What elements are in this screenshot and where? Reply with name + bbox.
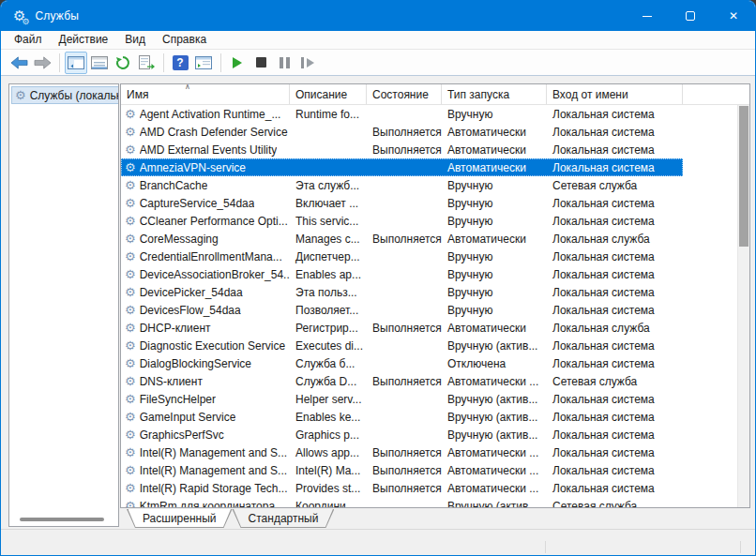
column-header[interactable]: Состояние	[367, 84, 442, 104]
cell-service-name: GraphicsPerfSvc	[140, 428, 224, 442]
cell-status: Выполняется	[367, 322, 442, 335]
tab-standard[interactable]: Стандартный	[233, 509, 335, 528]
table-row[interactable]: ⚙DNS-клиент Служба D... Выполняется Авто…	[121, 372, 683, 390]
cell-login-as: Локальная система	[547, 411, 683, 424]
cell-description: Graphics p...	[290, 428, 367, 442]
cell-login-as: Локальная система	[547, 357, 683, 370]
table-row[interactable]: ⚙BranchCache Эта служб... Вручную Сетева…	[121, 176, 683, 194]
minimize-button[interactable]	[626, 1, 669, 31]
cell-startup-type: Вручную	[442, 215, 547, 228]
cell-description: Эта польз...	[290, 286, 367, 299]
service-gear-icon: ⚙	[125, 214, 136, 228]
cell-login-as: Локальная система	[547, 268, 683, 281]
table-row[interactable]: ⚙KtmRm для координатора ... Координи... …	[121, 497, 683, 507]
column-header[interactable]: Имя∧	[121, 84, 290, 104]
tab-extended[interactable]: Расширенный	[127, 509, 233, 528]
refresh-button[interactable]	[112, 52, 134, 74]
forward-button[interactable]	[31, 52, 53, 74]
start-service-button[interactable]	[226, 52, 249, 74]
table-row[interactable]: ⚙GameInput Service Enables ke... Вручную…	[121, 408, 683, 426]
service-gear-icon: ⚙	[125, 267, 136, 281]
cell-login-as: Локальная система	[547, 339, 683, 353]
toolbar: ?	[1, 50, 755, 76]
table-row[interactable]: ⚙CCleaner Performance Opti... This servi…	[121, 212, 683, 230]
table-row[interactable]: ⚙DevicePicker_54daa Эта польз... Вручную…	[121, 283, 683, 301]
cell-startup-type: Вручную	[442, 179, 547, 192]
cell-login-as: Локальная служба	[547, 322, 683, 335]
cell-status: Выполняется	[367, 143, 442, 157]
table-row[interactable]: ⚙AmneziaVPN-service Автоматически Локаль…	[121, 158, 683, 176]
table-row[interactable]: ⚙DeviceAssociationBroker_54... Enables a…	[121, 265, 683, 283]
menu-item-справка[interactable]: Справка	[154, 31, 215, 49]
table-row[interactable]: ⚙AMD Crash Defender Service Выполняется …	[121, 123, 683, 141]
table-row[interactable]: ⚙CaptureService_54daa Включает ... Вручн…	[121, 194, 683, 212]
table-row[interactable]: ⚙Intel(R) Management and S... Allows app…	[121, 443, 683, 461]
cell-service-name: Agent Activation Runtime_...	[140, 108, 281, 121]
cell-login-as: Локальная система	[547, 197, 683, 210]
cell-startup-type: Вручную (актив...	[442, 393, 547, 406]
close-button[interactable]: ✕	[712, 1, 755, 31]
tree-item-services-local[interactable]: ⚙Службы (локальные)	[11, 86, 119, 104]
cell-service-name: DevicePicker_54daa	[140, 286, 243, 299]
cell-service-name: AMD Crash Defender Service	[140, 126, 288, 139]
table-row[interactable]: ⚙Intel(R) Rapid Storage Tech... Provides…	[121, 479, 683, 497]
table-row[interactable]: ⚙DialogBlockingService Служба б... Отклю…	[121, 354, 683, 372]
column-header[interactable]: Описание	[290, 84, 367, 104]
cell-login-as: Локальная система	[547, 428, 683, 442]
service-gear-icon: ⚙	[125, 125, 136, 139]
show-action-pane-button[interactable]	[192, 52, 215, 74]
menu-item-файл[interactable]: Файл	[6, 31, 51, 49]
cell-login-as: Сетевая служба	[547, 375, 683, 388]
cell-description: Runtime fo...	[290, 108, 367, 121]
service-gear-icon: ⚙	[125, 463, 136, 477]
pause-service-button[interactable]	[273, 52, 295, 74]
cell-startup-type: Автоматически	[442, 143, 547, 157]
cell-description: Позволяет...	[290, 304, 367, 317]
table-row[interactable]: ⚙Intel(R) Management and S... Intel(R) M…	[121, 461, 683, 479]
table-row[interactable]: ⚙FileSyncHelper Helper serv... Вручную (…	[121, 390, 683, 408]
minimize-icon	[643, 16, 652, 17]
table-row[interactable]: ⚙CredentialEnrollmentMana... Диспетчер..…	[121, 248, 683, 265]
table-row[interactable]: ⚙Agent Activation Runtime_... Runtime fo…	[121, 105, 683, 123]
cell-login-as: Локальная система	[547, 304, 683, 317]
help-button[interactable]: ?	[169, 52, 191, 74]
view-tabs: РасширенныйСтандартный	[120, 509, 750, 529]
properties-button[interactable]	[88, 52, 111, 74]
column-header[interactable]: Вход от имени	[547, 84, 683, 104]
table-row[interactable]: ⚙DHCP-клиент Регистрир... Выполняется Ав…	[121, 319, 683, 337]
cell-startup-type: Вручную	[442, 108, 547, 121]
service-gear-icon: ⚙	[125, 285, 136, 299]
table-row[interactable]: ⚙GraphicsPerfSvc Graphics p... Вручную (…	[121, 426, 683, 443]
sort-ascending-icon: ∧	[185, 84, 190, 91]
cell-description: Intel(R) Ma...	[290, 464, 367, 477]
status-separator	[545, 541, 546, 553]
stop-service-button[interactable]	[249, 52, 272, 74]
column-header[interactable]: Тип запуска	[442, 84, 547, 104]
menu-item-действие[interactable]: Действие	[51, 31, 117, 49]
cell-description: This servic...	[290, 215, 367, 228]
titlebar: ⚙⚙ Службы ✕	[1, 1, 755, 31]
table-row[interactable]: ⚙Diagnostic Execution Service Executes d…	[121, 337, 683, 354]
column-header-filler	[683, 84, 749, 104]
help-icon: ?	[173, 55, 189, 70]
menu-item-вид[interactable]: Вид	[116, 31, 154, 49]
cell-login-as: Локальная система	[547, 464, 683, 477]
table-row[interactable]: ⚙AMD External Events Utility Выполняется…	[121, 141, 683, 158]
forward-arrow-icon	[34, 56, 52, 69]
vertical-scrollbar[interactable]	[737, 105, 749, 507]
tree-horizontal-scrollbar[interactable]	[20, 518, 104, 521]
maximize-button[interactable]	[669, 1, 712, 31]
cell-startup-type: Автоматически	[442, 322, 547, 335]
show-console-tree-button[interactable]	[65, 52, 87, 74]
export-list-button[interactable]	[135, 52, 158, 74]
console-tree-panel: ⚙Службы (локальные)	[8, 83, 119, 527]
table-row[interactable]: ⚙DevicesFlow_54daa Позволяет... Вручную …	[121, 301, 683, 319]
restart-service-button[interactable]	[296, 52, 319, 74]
toolbar-separator	[59, 53, 60, 72]
cell-service-name: BranchCache	[140, 179, 208, 192]
vertical-scrollbar-thumb[interactable]	[739, 106, 748, 247]
column-header-label: Состояние	[372, 88, 429, 101]
back-button[interactable]	[8, 52, 30, 74]
cell-startup-type: Вручную	[442, 250, 547, 263]
table-row[interactable]: ⚙CoreMessaging Manages c... Выполняется …	[121, 230, 683, 248]
